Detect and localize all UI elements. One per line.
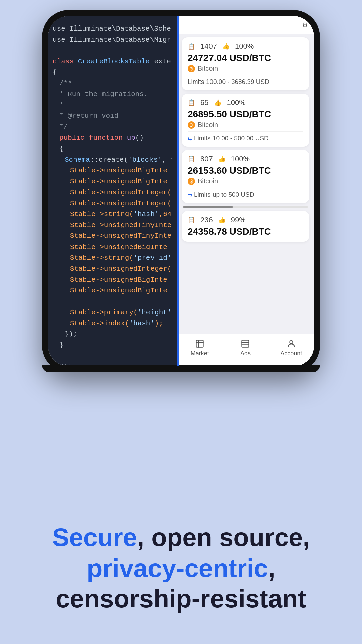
btc-icon: ₿ [188,178,195,185]
code-line: $table->unsignedInteger( [70,187,172,198]
svg-point-6 [290,341,293,344]
scroll-thumb [183,206,233,208]
rating-value: 99% [231,216,246,224]
code-line: public function up() [59,132,172,144]
code-line: } [59,340,172,351]
trade-card[interactable]: 📋 65 👍 100% 26895.50 USD/BTC ₿ Bitcoin ⇆ [182,94,309,147]
tagline-secure: Secure [52,523,137,551]
currency-name: Bitcoin [198,121,218,129]
filter-icon-small: ⇆ [188,192,192,198]
panel-divider [177,16,179,366]
card-currency-row: ₿ Bitcoin [188,177,303,185]
card-limit: ⇆ Limits 10.00 - 500.00 USD [188,131,303,142]
btc-icon: ₿ [188,121,195,129]
trade-cards-area: 📋 1407 👍 100% 24727.04 USD/BTC ₿ Bitcoin… [177,34,314,334]
code-line: * Run the migrations. [59,89,172,100]
code-line: class CreateBlocksTable exter [53,56,172,67]
btc-icon: ₿ [188,65,195,72]
code-line: use Illuminate\Database\Sche [53,23,172,35]
code-line: $table->unsignedInteger( [70,198,172,209]
tagline-area: Secure, open source, privacy-centric, ce… [0,522,362,614]
doc-icon: 📋 [188,43,195,50]
card-stats-row: 📋 236 👍 99% [188,216,303,224]
filter-icon-small: ⇆ [188,135,192,142]
code-line: * [59,100,172,111]
scroll-indicator [183,206,308,208]
rating-value: 100% [227,98,245,107]
code-line: }); [65,329,172,340]
card-stats-row: 📋 807 👍 100% [188,155,303,163]
thumb-icon: 👍 [214,99,221,106]
card-stats-row: 📋 1407 👍 100% [188,42,303,51]
code-line: $table->unsignedTinyInte [70,220,172,231]
doc-icon: 📋 [188,99,195,106]
card-price: 24727.04 USD/BTC [188,53,303,63]
thumb-icon: 👍 [218,216,226,224]
filter-icon: ⚙ [302,21,308,29]
rating-value: 100% [235,42,254,51]
code-line [53,45,172,56]
code-line: $table->primary('height'); [70,307,172,318]
top-bar: ⚙ [177,16,314,34]
nav-ads-label: Ads [240,350,251,357]
trade-card-partial[interactable]: 📋 236 👍 99% 24358.78 USD/BTC [182,211,309,242]
card-limit: Limits 100.00 - 3686.39 USD [188,75,303,86]
tagline-line3: censorship-resistant [23,583,339,614]
tagline-line2-rest: , [268,554,275,582]
market-icon [195,339,204,348]
trade-card[interactable]: 📋 1407 👍 100% 24727.04 USD/BTC ₿ Bitcoin… [182,37,309,90]
code-line: use Illuminate\Database\Migr [53,35,172,46]
code-line: { [59,144,172,155]
currency-name: Bitcoin [198,65,218,72]
code-line: $table->unsignedBigInte [70,165,172,176]
code-line: $table->unsignedBigInte [70,176,172,187]
thumb-icon: 👍 [218,155,226,163]
card-price: 26153.60 USD/BTC [188,165,303,176]
code-line: * @return void [59,111,172,122]
svg-rect-3 [242,340,249,347]
doc-icon: 📋 [188,155,195,163]
card-currency-row: ₿ Bitcoin [188,121,303,129]
phone-mockup: use Illuminate\Database\Sche use Illumin… [42,10,320,372]
code-line: $table->unsignedTinyInte [70,231,172,242]
card-price: 24358.78 USD/BTC [188,226,303,237]
tagline-privacy: privacy-centric [87,554,268,582]
code-line: $table->unsignedBigInte [70,285,172,297]
nav-item-account[interactable]: Account [275,339,308,357]
phone-screen: use Illuminate\Database\Sche use Illumin… [48,16,314,366]
card-stats-row: 📋 65 👍 100% [188,98,303,107]
bottom-nav: Market Ads Account [177,334,314,366]
card-currency-row: ₿ Bitcoin [188,65,303,72]
trade-count: 65 [200,98,208,107]
tagline-line2: privacy-centric, [23,553,339,583]
code-line: $table->unsignedBigInte [70,242,172,253]
background: use Illuminate\Database\Sche use Illumin… [0,0,362,644]
rating-value: 100% [231,155,250,163]
trade-card[interactable]: 📋 807 👍 100% 26153.60 USD/BTC ₿ Bitcoin … [182,150,309,203]
trade-count: 807 [200,155,213,163]
code-line: $table->unsignedInteger( [70,264,172,275]
code-line: /** [59,78,172,89]
nav-item-market[interactable]: Market [183,339,217,357]
thumb-icon: 👍 [222,43,230,50]
code-line [53,351,172,362]
tagline-line1-rest: , open source, [137,523,310,551]
app-panel: ⚙ 📋 1407 👍 100% 24727.04 USD/BTC [177,16,314,366]
trade-count: 1407 [200,42,217,51]
card-price: 26895.50 USD/BTC [188,109,303,120]
account-icon [287,339,296,348]
tagline-line1: Secure, open source, [23,522,339,552]
nav-item-ads[interactable]: Ads [229,339,262,357]
svg-rect-0 [196,340,203,347]
card-limit: ⇆ Limits up to 500 USD [188,188,303,198]
code-line: $table->index('hash'); [70,318,172,329]
code-line: { [53,67,172,78]
code-line: */ [59,122,172,133]
code-panel: use Illuminate\Database\Sche use Illumin… [48,16,177,366]
top-rating: ⚙ [302,21,308,29]
currency-name: Bitcoin [198,177,218,185]
code-line: $table->string('hash',64); [70,209,172,220]
nav-account-label: Account [280,350,302,357]
doc-icon: 📋 [188,216,195,224]
ads-icon [241,339,250,348]
